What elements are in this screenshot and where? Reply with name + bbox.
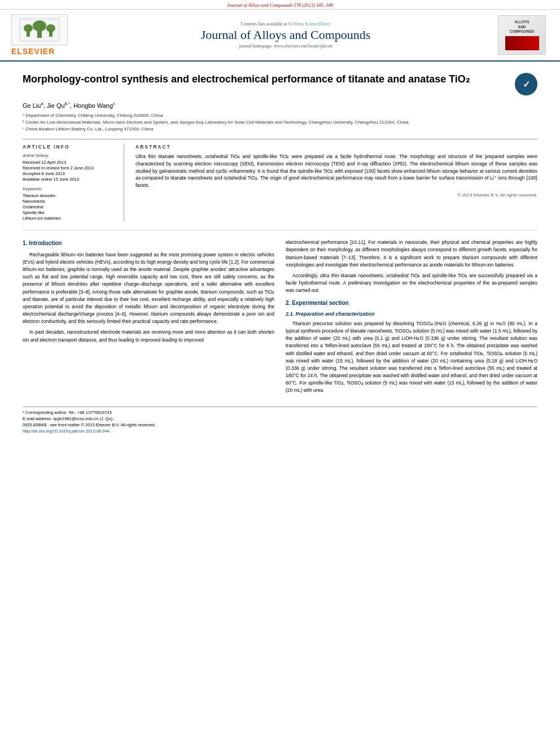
elsevier-wordmark: ELSEVIER [11,47,55,56]
keyword-1: Titanium dioxides [23,193,117,198]
svg-point-1 [33,20,46,32]
footnote-area: * Corresponding author. Tel.: +86 137768… [23,407,537,434]
journal-homepage: journal homepage: www.elsevier.com/locat… [79,43,492,49]
crossmark-badge: ✓ [515,73,537,95]
affil-b: ᵇ Center for Low-dimensional Materials, … [23,119,537,125]
journal-cover-area: ALLOYS AND COMPOUNDS [498,15,549,55]
subsection-2-1: 2.1. Preparation and characterization [286,311,537,318]
citation-text: Journal of Alloys and Compounds 578 (201… [227,2,333,8]
elsevier-icon [11,14,68,45]
affil-c: ᶜ China Aviation Lithium Battery Co. Ltd… [23,126,537,132]
article-info-column: ARTICLE INFO Article history: Received 1… [23,144,124,221]
crossmark-icon: ✓ [523,79,530,90]
journal-title: Journal of Alloys and Compounds [79,28,492,42]
article-title-section: Morphology-control synthesis and electro… [23,70,537,95]
journal-title-area: Contents lists available at SciVerse Sci… [73,21,498,49]
elsevier-logo: ELSEVIER [11,14,73,56]
svg-point-5 [46,24,55,32]
history-label: Article history: [23,153,117,158]
body-two-column: 1. Introduction Rechargeable lithium–ion… [23,239,537,397]
footnote-issn: 0925-8388/$ - see front matter © 2013 El… [23,422,537,427]
sciverse-line: Contents lists available at SciVerse Sci… [79,21,492,27]
content-divider [23,230,537,230]
history-revised: Received in revised form 2 June 2013 [23,165,117,171]
section2-title: 2. Experimental section [286,299,537,308]
abstract-heading: ABSTRACT [135,144,537,150]
svg-rect-6 [49,32,53,37]
svg-rect-2 [37,31,42,38]
svg-rect-4 [27,32,30,37]
svg-point-3 [24,24,33,32]
history-accepted: Accepted 8 June 2013 [23,171,117,176]
article-info-abstract: ARTICLE INFO Article history: Received 1… [23,139,537,221]
footnote-doi[interactable]: http://dx.doi.org/10.1016/j.jallcom.2013… [23,429,537,434]
right-body-column: electrochemical performance [10,11]. For… [286,239,537,397]
journal-cover-image: ALLOYS AND COMPOUNDS [498,15,546,55]
authors-line: Ge Liua, Jie Qub,*, Hongbo Wangc [23,101,537,109]
right-para1: electrochemical performance [10,11]. For… [286,239,537,269]
elsevier-logo-area: ELSEVIER [11,14,73,56]
abstract-text: Ultra thin titanate nanosheets, octahedr… [135,153,537,189]
copyright-line: © 2013 Elsevier B.V. All rights reserved… [135,193,537,198]
sciverse-link[interactable]: SciVerse ScienceDirect [288,21,331,27]
article-title: Morphology-control synthesis and electro… [23,73,509,86]
keyword-2: Nanosheets [23,199,117,204]
left-body-column: 1. Introduction Rechargeable lithium–ion… [23,239,274,397]
journal-header: ELSEVIER Contents lists available at Sci… [0,10,560,62]
intro-para1: Rechargeable lithium–ion batteries have … [23,251,274,326]
exp-para1: Titanium precursor solution was prepared… [286,320,537,395]
history-received: Received 12 April 2013 [23,160,117,165]
article-history: Article history: Received 12 April 2013 … [23,153,117,182]
article-info-heading: ARTICLE INFO [23,144,117,150]
leading-word: leading [162,337,177,343]
keywords-section: Keywords: Titanium dioxides Nanosheets O… [23,186,117,221]
right-para2: Accordingly, ultra thin titanate nanoshe… [286,272,537,295]
affil-a: ᵃ Department of Chemistry, Chifeng Unive… [23,112,537,119]
keyword-4: Spindle-like [23,210,117,215]
journal-citation-bar: Journal of Alloys and Compounds 578 (201… [0,0,560,10]
main-content-area: Morphology-control synthesis and electro… [0,62,560,443]
abstract-column: ABSTRACT Ultra thin titanate nanosheets,… [135,144,537,221]
history-online: Available online 15 June 2013 [23,177,117,182]
keyword-3: Octahedral [23,204,117,209]
footnote-star: * Corresponding author. Tel.: +86 137768… [23,410,537,415]
intro-section-title: 1. Introduction [23,239,274,248]
keywords-label: Keywords: [23,186,117,191]
cover-accent-bar [505,36,539,50]
keyword-5: Lithium-ion batteries [23,216,117,221]
footnote-email: E-mail address: qujie1981@cczu.edu.cn (J… [23,416,537,421]
intro-para2: In past decades, nanostructured electrod… [23,329,274,343]
affiliations: ᵃ Department of Chemistry, Chifeng Unive… [23,112,537,133]
